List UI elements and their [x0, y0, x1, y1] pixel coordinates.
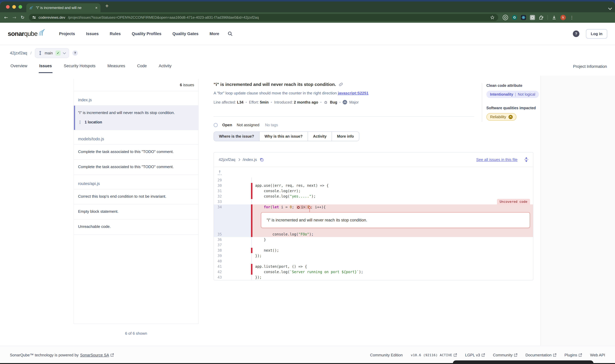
back-button[interactable]: ←: [4, 15, 8, 20]
search-icon[interactable]: [228, 31, 233, 36]
extension-target-icon[interactable]: [503, 15, 508, 20]
issue-list-item[interactable]: Empty block statement.: [74, 204, 198, 220]
tab-close-icon[interactable]: ×: [95, 6, 97, 10]
code-line-39[interactable]: 39});: [214, 253, 533, 259]
issue-tab-activity[interactable]: Activity: [308, 132, 332, 141]
line-number[interactable]: 36: [214, 237, 251, 242]
line-number[interactable]: 38: [214, 248, 251, 253]
help-icon[interactable]: ?: [573, 30, 579, 37]
tab-issues[interactable]: Issues: [39, 61, 53, 73]
main-nav-more[interactable]: More: [209, 32, 219, 36]
extension-screenshot-icon[interactable]: [530, 15, 535, 20]
tags-dropdown[interactable]: No tags: [265, 123, 278, 127]
forward-button[interactable]: →: [13, 15, 16, 20]
issue-tab-why-is-this-an-issue[interactable]: Why is this an issue?: [259, 132, 308, 141]
issue-list-item[interactable]: Complete the task associated to this "TO…: [74, 145, 198, 160]
code-breadcrumb-project[interactable]: 42jzxf2aq: [219, 157, 235, 162]
code-line-40[interactable]: 40: [214, 259, 533, 264]
expand-all-icon[interactable]: [524, 157, 528, 162]
issue-list-item[interactable]: Correct this loop's end condition to not…: [74, 189, 198, 204]
code-line-30[interactable]: 30app.use((err, req, res, next) => {: [214, 183, 533, 188]
branch-selector[interactable]: main ✓: [35, 48, 69, 58]
line-number[interactable]: 39: [214, 253, 251, 259]
code-line-43[interactable]: 43});: [214, 275, 533, 280]
footer-item-v10-6-92116-active[interactable]: v10.6 (92116) ACTIVE: [411, 353, 457, 357]
bookmark-star-icon[interactable]: [490, 15, 495, 20]
code-line-38[interactable]: 38 next();: [214, 248, 533, 253]
line-number[interactable]: 29: [214, 178, 251, 183]
tab-code[interactable]: Code: [137, 61, 148, 73]
sonarsource-link[interactable]: SonarSource SA: [80, 353, 109, 357]
main-nav-rules[interactable]: Rules: [110, 32, 121, 36]
issue-list-item[interactable]: Complete the task associated to this "TO…: [74, 160, 198, 175]
issue-severity[interactable]: Major: [349, 100, 359, 104]
code-line-36[interactable]: 36 }: [214, 237, 533, 242]
code-line-41[interactable]: 41app.listen(port, () => {: [214, 264, 533, 269]
line-number[interactable]: 31: [214, 188, 251, 194]
line-number[interactable]: 33: [214, 199, 251, 204]
tab-search-chevron-icon[interactable]: [609, 5, 611, 11]
see-all-issues-link[interactable]: See all issues in this file: [476, 157, 518, 162]
line-number[interactable]: 35: [214, 232, 251, 237]
line-number[interactable]: 40: [214, 259, 251, 264]
line-number[interactable]: 32: [214, 194, 251, 199]
tab-measures[interactable]: Measures: [107, 61, 126, 73]
expand-lines-up-icon[interactable]: ↑: [218, 170, 222, 175]
tab-security-hotspots[interactable]: Security Hotspots: [63, 61, 96, 73]
footer-item-web-api[interactable]: Web API: [590, 353, 605, 357]
tab-overview[interactable]: Overview: [10, 61, 28, 73]
login-button[interactable]: Log in: [586, 29, 607, 39]
footer-item-documentation[interactable]: Documentation: [525, 353, 556, 357]
main-nav-issues[interactable]: Issues: [86, 32, 98, 36]
maximize-window-button[interactable]: [19, 5, 22, 9]
sonarqube-logo[interactable]: sonarqube: [8, 30, 45, 37]
breadcrumb-project[interactable]: 42jzxf2aq: [10, 51, 27, 55]
tab-activity[interactable]: Activity: [158, 61, 172, 73]
minimize-window-button[interactable]: [12, 5, 16, 9]
browser-menu-icon[interactable]: ⋮: [570, 15, 574, 20]
footer-item-lgpl-v3[interactable]: LGPL v3: [465, 353, 485, 357]
clean-code-attribute-pill[interactable]: Intentionality | Not logical: [486, 91, 539, 98]
line-number[interactable]: 41: [214, 264, 251, 269]
code-line-32[interactable]: 32 console.log("yes.....");: [214, 194, 533, 199]
issue-message-box[interactable]: "i" is incremented and will never reach …: [261, 212, 530, 228]
line-number[interactable]: 30: [214, 183, 251, 188]
site-settings-icon[interactable]: [32, 17, 36, 18]
downloads-icon[interactable]: [552, 15, 557, 20]
profile-avatar[interactable]: k: [560, 15, 566, 20]
rule-link[interactable]: javascript:S2251: [338, 91, 369, 95]
main-nav-quality-profiles[interactable]: Quality Profiles: [132, 32, 161, 36]
line-number[interactable]: 42: [214, 269, 251, 275]
reload-button[interactable]: ↻: [21, 15, 24, 20]
code-line-33[interactable]: 33Uncovered code: [214, 199, 533, 204]
status-dropdown[interactable]: Open: [222, 123, 232, 127]
assignee-dropdown[interactable]: Not assigned: [237, 123, 259, 127]
main-nav-quality-gates[interactable]: Quality Gates: [172, 32, 198, 36]
issue-type[interactable]: Bug: [330, 100, 337, 104]
footer-item-community[interactable]: Community: [493, 353, 517, 357]
issue-tab-more-info[interactable]: More info: [332, 132, 359, 141]
code-breadcrumb-file[interactable]: /index.js: [243, 157, 257, 162]
issue-list-item[interactable]: Unreachable code.: [74, 220, 198, 234]
address-bar[interactable]: codereviews.dev /project/issues?issueSta…: [29, 14, 498, 21]
extension-react-devtools-icon[interactable]: [521, 15, 526, 20]
code-line-29[interactable]: 29: [214, 178, 533, 183]
code-line-31[interactable]: 31 console.log(err);: [214, 188, 533, 194]
code-line-42[interactable]: 42 console.log(`Server running on port $…: [214, 269, 533, 275]
code-line-34[interactable]: 34 for(let i = 0; i> 0; i++){: [214, 204, 533, 210]
line-number[interactable]: 37: [214, 242, 251, 248]
footer-item-plugins[interactable]: Plugins: [564, 353, 582, 357]
close-window-button[interactable]: [6, 5, 10, 9]
issue-tab-where-is-the-issue[interactable]: Where is the issue?: [214, 132, 259, 141]
line-number[interactable]: 43: [214, 275, 251, 280]
issue-locations[interactable]: ⋮1 location: [78, 119, 194, 125]
browser-tab[interactable]: "i" is incremented and will ne ×: [26, 3, 100, 12]
copy-path-icon[interactable]: [260, 158, 263, 162]
issue-list-item[interactable]: "i" is incremented and will never reach …: [74, 106, 198, 130]
code-line-37[interactable]: 37: [214, 242, 533, 248]
new-tab-button[interactable]: +: [105, 3, 109, 9]
permalink-icon[interactable]: [339, 82, 343, 87]
project-information-link[interactable]: Project Information: [573, 64, 607, 69]
line-number[interactable]: 34: [214, 204, 251, 210]
extensions-puzzle-icon[interactable]: [539, 15, 544, 20]
